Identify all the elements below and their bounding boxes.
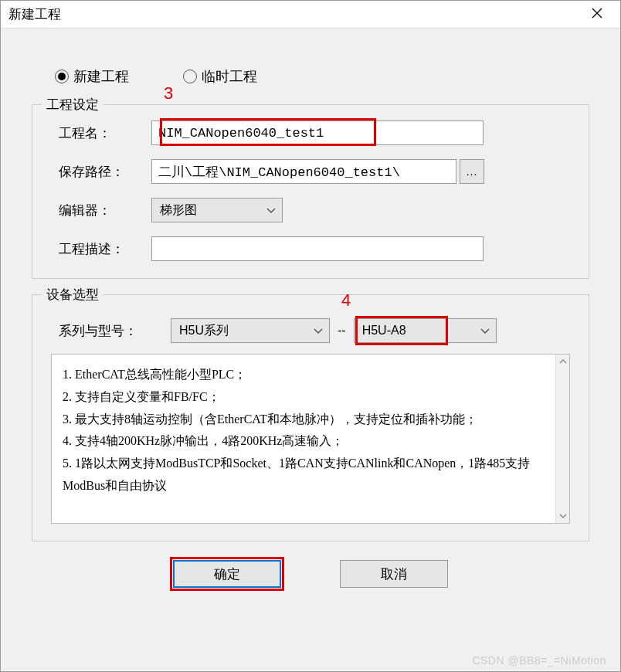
fieldset-legend: 设备选型 — [42, 286, 104, 304]
radio-label: 新建工程 — [73, 67, 129, 86]
close-button[interactable] — [582, 1, 613, 29]
row-project-name: 工程名： — [51, 120, 570, 145]
input-project-name[interactable] — [151, 120, 484, 145]
label-editor: 编辑器： — [51, 202, 151, 219]
input-description[interactable] — [151, 236, 484, 261]
ok-button[interactable]: 确定 — [173, 560, 281, 588]
radio-icon — [55, 70, 69, 83]
window-title: 新建工程 — [8, 5, 582, 23]
watermark: CSDN @BB8=_=NiMotion — [472, 654, 606, 667]
radio-temp-project[interactable]: 临时工程 — [183, 67, 257, 86]
radio-label: 临时工程 — [202, 67, 257, 86]
radio-new-project[interactable]: 新建工程 — [55, 67, 129, 86]
label-series-model: 系列与型号： — [51, 322, 171, 340]
chevron-down-icon — [480, 324, 490, 338]
select-value: 梯形图 — [160, 202, 197, 219]
device-description-box: 1. EtherCAT总线高性能小型PLC； 2. 支持自定义变量和FB/FC；… — [51, 354, 570, 524]
cancel-button[interactable]: 取消 — [340, 560, 448, 588]
dialog-buttons: 5 确定 取消 — [32, 560, 589, 588]
desc-line: 2. 支持自定义变量和FB/FC； — [63, 386, 557, 409]
desc-line: 3. 最大支持8轴运动控制（含EtherCAT和本地脉冲），支持定位和插补功能； — [63, 409, 557, 431]
project-settings-fieldset: 工程设定 3 工程名： 保存路径： ... 编辑器： 梯形图 工程描 — [32, 104, 589, 279]
device-fieldset: 设备选型 4 系列与型号： H5U系列 -- H5U-A8 1. EtherCA… — [32, 294, 589, 541]
dialog-content: 新建工程 临时工程 工程设定 3 工程名： 保存路径： ... 编辑器： — [1, 29, 620, 603]
label-description: 工程描述： — [51, 240, 151, 258]
input-save-path[interactable] — [151, 159, 456, 184]
select-series[interactable]: H5U系列 — [171, 318, 330, 343]
row-series-model: 系列与型号： H5U系列 -- H5U-A8 — [51, 318, 570, 343]
scrollbar[interactable] — [555, 355, 569, 523]
row-editor: 编辑器： 梯形图 — [51, 198, 570, 222]
desc-line: 4. 支持4轴200KHz脉冲输出，4路200KHz高速输入； — [63, 430, 557, 453]
dash-separator: -- — [338, 324, 346, 338]
annotation-3: 3 — [164, 83, 173, 104]
select-model[interactable]: H5U-A8 — [354, 318, 497, 343]
desc-line: 1. EtherCAT总线高性能小型PLC； — [63, 364, 557, 386]
row-description: 工程描述： — [51, 236, 570, 261]
close-icon — [592, 6, 602, 22]
radio-icon — [183, 70, 197, 83]
scroll-down-icon[interactable] — [556, 509, 569, 523]
project-type-radios: 新建工程 临时工程 — [55, 52, 589, 86]
select-editor[interactable]: 梯形图 — [151, 198, 283, 222]
label-save-path: 保存路径： — [51, 163, 151, 181]
desc-line: 5. 1路以太网支持ModBusTCP和Socket、1路CAN支持CANlin… — [63, 453, 557, 497]
titlebar: 新建工程 — [1, 1, 620, 29]
chevron-down-icon — [314, 324, 323, 338]
fieldset-legend: 工程设定 — [42, 96, 104, 114]
annotation-4: 4 — [341, 290, 351, 311]
row-save-path: 保存路径： ... — [51, 159, 570, 184]
chevron-down-icon — [266, 203, 276, 217]
scroll-up-icon[interactable] — [556, 355, 569, 368]
label-project-name: 工程名： — [51, 124, 151, 142]
browse-button[interactable]: ... — [460, 159, 484, 184]
dialog-window: 新建工程 新建工程 临时工程 工程设定 3 工程名： — [0, 0, 621, 672]
device-description-text: 1. EtherCAT总线高性能小型PLC； 2. 支持自定义变量和FB/FC；… — [63, 364, 557, 497]
select-value: H5U-A8 — [362, 324, 406, 338]
select-value: H5U系列 — [179, 323, 229, 339]
